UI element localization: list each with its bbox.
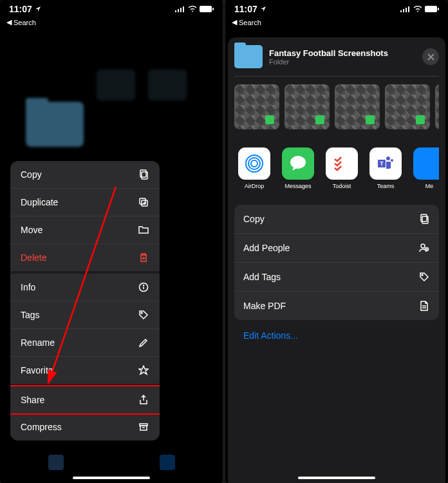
preview-thumbnail[interactable] — [335, 84, 380, 129]
share-icon — [138, 394, 149, 406]
wifi-icon — [188, 6, 197, 12]
tag-icon — [138, 309, 149, 321]
svg-rect-22 — [425, 6, 437, 12]
blurred-folder — [148, 70, 187, 100]
info-icon — [138, 281, 149, 293]
location-icon — [260, 6, 266, 12]
app-label: Messages — [285, 183, 311, 189]
app-icon — [326, 147, 358, 180]
action-add-people[interactable]: Add People — [234, 234, 439, 263]
app-label: Todoist — [333, 183, 351, 189]
back-nav[interactable]: ◀ Search — [225, 18, 448, 30]
menu-item-duplicate[interactable]: Duplicate — [10, 189, 160, 216]
menu-item-tags[interactable]: Tags — [10, 301, 160, 329]
preview-thumbnail[interactable] — [385, 84, 430, 129]
share-app-me[interactable]: Me — [412, 147, 439, 189]
svg-point-34 — [421, 244, 425, 248]
menu-item-label: Share — [21, 395, 44, 405]
back-chevron-icon: ◀ — [232, 18, 237, 26]
svg-point-21 — [417, 11, 418, 12]
preview-thumbnail[interactable] — [285, 84, 330, 129]
menu-item-rename[interactable]: Rename — [10, 329, 160, 357]
app-label: AirDrop — [245, 183, 265, 189]
svg-point-31 — [391, 159, 393, 162]
signal-icon — [400, 6, 411, 12]
menu-item-delete[interactable]: Delete — [10, 244, 160, 274]
left-phone-screenshot: 11:07 ◀ Search CopyDuplicateMoveDeleteIn… — [0, 0, 223, 483]
home-indicator[interactable] — [73, 477, 150, 479]
svg-point-24 — [251, 160, 257, 167]
copy-icon — [138, 169, 149, 180]
svg-point-4 — [192, 11, 193, 12]
share-app-messages[interactable]: Messages — [281, 147, 315, 189]
menu-item-favorite[interactable]: Favorite — [10, 357, 160, 386]
svg-point-12 — [144, 285, 144, 286]
menu-item-share[interactable]: Share — [10, 385, 160, 415]
back-nav[interactable]: ◀ Search — [0, 18, 223, 30]
close-button[interactable] — [422, 48, 439, 65]
preview-thumbnail[interactable] — [234, 84, 279, 129]
sheet-title: Fantasy Football Screenshots — [269, 48, 416, 58]
svg-point-30 — [386, 156, 390, 160]
svg-rect-3 — [183, 6, 184, 12]
archive-icon — [138, 421, 149, 433]
svg-rect-1 — [178, 9, 179, 12]
preview-thumbnail[interactable] — [435, 84, 439, 129]
menu-item-copy[interactable]: Copy — [10, 161, 160, 189]
star-icon — [138, 365, 149, 376]
app-label: Teams — [377, 183, 395, 189]
menu-item-info[interactable]: Info — [10, 274, 160, 301]
menu-item-label: Compress — [21, 422, 62, 432]
preview-row — [234, 76, 439, 137]
action-add-tags[interactable]: Add Tags — [234, 263, 439, 292]
app-icon — [413, 147, 439, 180]
status-time: 11:07 — [9, 4, 32, 14]
menu-item-label: Move — [21, 225, 42, 235]
sheet-header: Fantasy Football Screenshots Folder — [234, 45, 439, 76]
copy-icon — [418, 213, 430, 225]
action-label: Make PDF — [243, 301, 286, 311]
context-menu: CopyDuplicateMoveDeleteInfoTagsRenameFav… — [10, 161, 160, 440]
folder-icon — [138, 224, 149, 236]
svg-rect-6 — [212, 8, 214, 10]
share-app-teams[interactable]: TTeams — [368, 147, 403, 189]
svg-rect-5 — [200, 6, 212, 12]
menu-item-label: Favorite — [21, 365, 53, 375]
folder-icon — [234, 45, 263, 68]
back-label: Search — [239, 19, 261, 26]
svg-rect-0 — [175, 10, 176, 12]
share-app-todoist[interactable]: Todoist — [324, 147, 359, 189]
menu-item-label: Duplicate — [21, 197, 58, 207]
menu-item-label: Copy — [21, 169, 42, 180]
svg-point-27 — [290, 156, 306, 169]
svg-rect-2 — [180, 8, 182, 12]
action-copy[interactable]: Copy — [234, 205, 439, 234]
svg-point-13 — [141, 312, 142, 314]
battery-icon — [425, 6, 439, 12]
svg-rect-18 — [403, 9, 404, 12]
add-people-icon — [418, 242, 430, 254]
menu-item-compress[interactable]: Compress — [10, 413, 160, 440]
menu-item-move[interactable]: Move — [10, 216, 160, 244]
share-sheet: Fantasy Football Screenshots Folder AirD… — [228, 37, 445, 483]
status-bar: 11:07 — [225, 0, 448, 18]
app-icon — [238, 147, 270, 180]
location-icon — [35, 6, 41, 12]
selected-folder — [26, 102, 84, 147]
share-app-airdrop[interactable]: AirDrop — [237, 147, 272, 189]
document-icon — [418, 300, 430, 312]
svg-text:T: T — [380, 160, 384, 167]
edit-actions-button[interactable]: Edit Actions... — [234, 320, 439, 351]
action-make-pdf[interactable]: Make PDF — [234, 292, 439, 320]
close-icon — [427, 53, 434, 61]
svg-point-25 — [248, 158, 260, 169]
svg-rect-19 — [406, 8, 407, 12]
app-icon — [282, 147, 314, 180]
sheet-subtitle: Folder — [269, 58, 416, 66]
status-time: 11:07 — [234, 4, 257, 14]
svg-rect-17 — [400, 10, 402, 12]
menu-item-label: Rename — [21, 337, 55, 348]
svg-rect-23 — [438, 8, 439, 10]
action-list: CopyAdd PeopleAdd TagsMake PDF — [234, 205, 439, 320]
home-indicator[interactable] — [298, 477, 375, 479]
